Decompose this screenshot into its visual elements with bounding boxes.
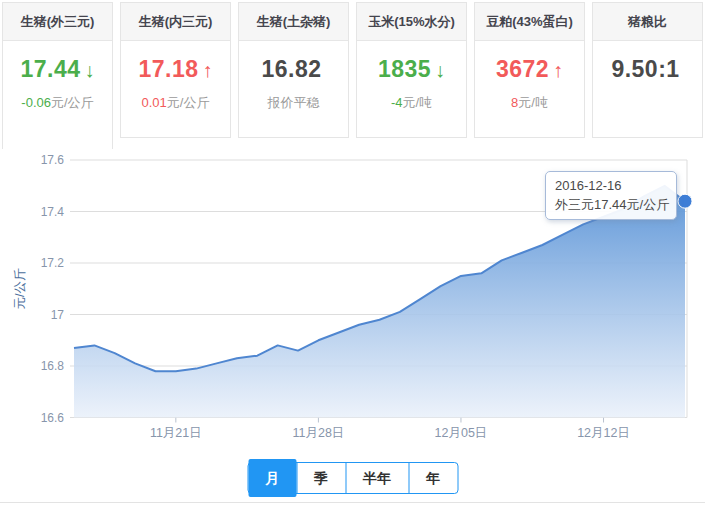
pig-price-dashboard: 生猪(外三元) 17.44↓ -0.06元/公斤 生猪(内三元) 17.18↑ … — [0, 0, 705, 511]
y-tick-label: 17 — [51, 308, 65, 322]
y-tick-label: 16.6 — [41, 411, 65, 425]
tab-year[interactable]: 年 — [408, 463, 457, 493]
chart-tooltip: 2016-12-16 外三元17.44元/公斤 — [545, 171, 677, 220]
tab-quarter[interactable]: 季 — [296, 463, 345, 493]
x-tick-label: 11月28日 — [292, 426, 344, 440]
price-chart: 16.616.81717.217.417.611月21日11月28日12月05日… — [0, 0, 705, 511]
bottom-divider — [0, 502, 705, 503]
x-tick-label: 12月12日 — [577, 426, 630, 440]
y-tick-label: 17.2 — [41, 256, 65, 270]
tooltip-value: 外三元17.44元/公斤 — [555, 195, 667, 214]
tab-half-year[interactable]: 半年 — [345, 463, 408, 493]
last-point-marker[interactable] — [678, 194, 692, 208]
y-tick-label: 17.4 — [41, 205, 65, 219]
period-tab-bar: 月 季 半年 年 — [247, 462, 458, 494]
x-tick-label: 11月21日 — [150, 426, 202, 440]
y-axis-label: 元/公斤 — [13, 268, 27, 309]
y-tick-label: 17.6 — [41, 153, 65, 167]
tab-month[interactable]: 月 — [248, 459, 296, 497]
x-tick-label: 12月05日 — [435, 426, 488, 440]
tooltip-date: 2016-12-16 — [555, 176, 667, 195]
y-tick-label: 16.8 — [41, 359, 65, 373]
